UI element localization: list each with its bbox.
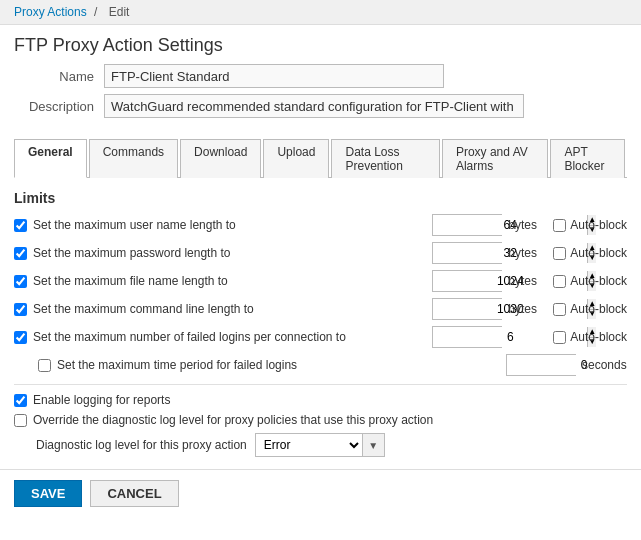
autoblock-3[interactable]: Auto-block [553, 274, 627, 288]
cancel-button[interactable]: CANCEL [90, 480, 178, 507]
limit-label-5[interactable]: Set the maximum number of failed logins … [14, 330, 424, 344]
limit-unit-time: seconds [582, 358, 627, 372]
limit-checkbox-3[interactable] [14, 275, 27, 288]
limit-row-4: Set the maximum command line length to ▲… [14, 298, 627, 320]
limit-row-5: Set the maximum number of failed logins … [14, 326, 627, 348]
autoblock-label-4: Auto-block [570, 302, 627, 316]
tab-apt[interactable]: APT Blocker [550, 139, 625, 178]
autoblock-5[interactable]: Auto-block [553, 330, 627, 344]
limit-spinner-4[interactable]: ▲ ▼ [432, 298, 502, 320]
autoblock-checkbox-1[interactable] [553, 219, 566, 232]
limit-label-1[interactable]: Set the maximum user name length to [14, 218, 424, 232]
autoblock-label-3: Auto-block [570, 274, 627, 288]
autoblock-checkbox-5[interactable] [553, 331, 566, 344]
autoblock-checkbox-3[interactable] [553, 275, 566, 288]
name-input[interactable] [104, 64, 444, 88]
tab-upload[interactable]: Upload [263, 139, 329, 178]
breadcrumb-link[interactable]: Proxy Actions [14, 5, 87, 19]
tab-content-general: Limits Set the maximum user name length … [0, 178, 641, 463]
limit-spinner-time[interactable]: ▲ ▼ [506, 354, 576, 376]
breadcrumb-current: Edit [109, 5, 130, 19]
logging-checkbox[interactable] [14, 394, 27, 407]
name-label: Name [14, 69, 104, 84]
limit-spinner-1[interactable]: ▲ ▼ [432, 214, 502, 236]
description-input[interactable] [104, 94, 524, 118]
limit-unit-2: bytes [508, 246, 553, 260]
limit-checkbox-2[interactable] [14, 247, 27, 260]
limit-row-3: Set the maximum file name length to ▲ ▼ … [14, 270, 627, 292]
autoblock-label-5: Auto-block [570, 330, 627, 344]
limit-spinner-5[interactable]: ▲ ▼ [432, 326, 502, 348]
autoblock-checkbox-2[interactable] [553, 247, 566, 260]
limit-unit-1: bytes [508, 218, 553, 232]
limit-unit-4: bytes [508, 302, 553, 316]
limit-unit-3: bytes [508, 274, 553, 288]
limit-checkbox-time[interactable] [38, 359, 51, 372]
divider-1 [14, 384, 627, 385]
diag-select-wrap[interactable]: Error Warning Info Debug ▼ [255, 433, 385, 457]
tab-proxy-av[interactable]: Proxy and AV Alarms [442, 139, 548, 178]
diag-select[interactable]: Error Warning Info Debug [256, 434, 362, 456]
limit-row-time: Set the maximum time period for failed l… [14, 354, 627, 376]
diag-row: Diagnostic log level for this proxy acti… [14, 433, 627, 457]
limit-label-2[interactable]: Set the maximum password length to [14, 246, 424, 260]
autoblock-label-1: Auto-block [570, 218, 627, 232]
limit-checkbox-5[interactable] [14, 331, 27, 344]
tab-commands[interactable]: Commands [89, 139, 178, 178]
limit-label-3[interactable]: Set the maximum file name length to [14, 274, 424, 288]
form-section: Name Description [0, 64, 641, 130]
override-checkbox[interactable] [14, 414, 27, 427]
diag-arrow-icon: ▼ [362, 434, 384, 456]
limit-checkbox-1[interactable] [14, 219, 27, 232]
breadcrumb-separator: / [94, 5, 97, 19]
tab-data-loss[interactable]: Data Loss Prevention [331, 139, 439, 178]
limit-row-2: Set the maximum password length to ▲ ▼ b… [14, 242, 627, 264]
save-button[interactable]: SAVE [14, 480, 82, 507]
logging-label[interactable]: Enable logging for reports [33, 393, 170, 407]
name-row: Name [14, 64, 627, 88]
autoblock-label-2: Auto-block [570, 246, 627, 260]
limit-spinner-3[interactable]: ▲ ▼ [432, 270, 502, 292]
limits-title: Limits [14, 190, 627, 206]
tabs-container: General Commands Download Upload Data Lo… [14, 138, 627, 178]
diag-label: Diagnostic log level for this proxy acti… [36, 438, 247, 452]
autoblock-checkbox-4[interactable] [553, 303, 566, 316]
override-row: Override the diagnostic log level for pr… [14, 413, 627, 427]
override-label[interactable]: Override the diagnostic log level for pr… [33, 413, 433, 427]
limit-checkbox-4[interactable] [14, 303, 27, 316]
description-label: Description [14, 99, 104, 114]
description-row: Description [14, 94, 627, 118]
limit-label-4[interactable]: Set the maximum command line length to [14, 302, 424, 316]
logging-row: Enable logging for reports [14, 393, 627, 407]
tab-general[interactable]: General [14, 139, 87, 178]
limit-label-time[interactable]: Set the maximum time period for failed l… [38, 358, 498, 372]
limit-row-1: Set the maximum user name length to ▲ ▼ … [14, 214, 627, 236]
autoblock-2[interactable]: Auto-block [553, 246, 627, 260]
limit-spinner-2[interactable]: ▲ ▼ [432, 242, 502, 264]
page-title: FTP Proxy Action Settings [0, 25, 641, 64]
footer: SAVE CANCEL [0, 469, 641, 517]
autoblock-1[interactable]: Auto-block [553, 218, 627, 232]
tab-download[interactable]: Download [180, 139, 261, 178]
breadcrumb: Proxy Actions / Edit [0, 0, 641, 25]
autoblock-4[interactable]: Auto-block [553, 302, 627, 316]
